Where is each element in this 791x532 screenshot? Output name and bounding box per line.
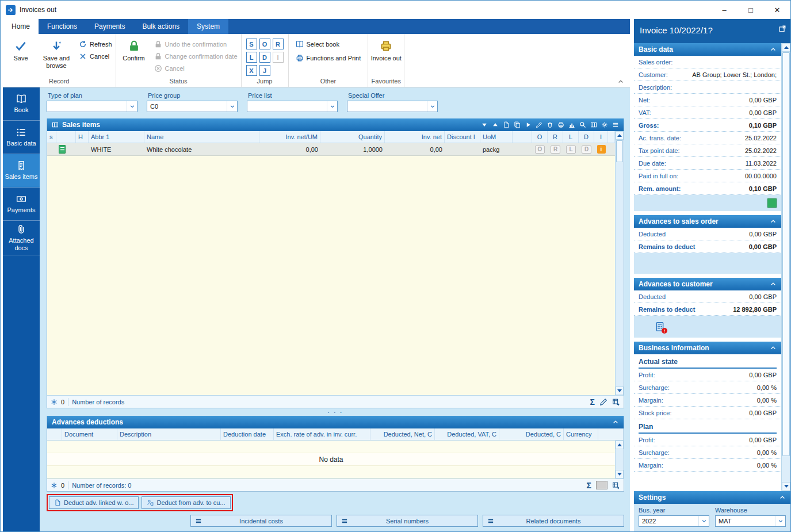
scroll-down-button[interactable]	[616, 470, 624, 479]
sidebar-item-attached-docs[interactable]: Attached docs	[3, 221, 40, 255]
warehouse-combo[interactable]: MAT	[715, 515, 786, 527]
column-header-inv-net[interactable]: Inv. net	[385, 131, 445, 143]
save-and-browse-button[interactable]: Save and browse	[37, 35, 75, 77]
sidebar-item-payments[interactable]: Payments	[3, 187, 40, 221]
status-cancel-button[interactable]: Cancel	[152, 64, 240, 73]
gear-icon[interactable]	[601, 121, 608, 128]
functions-and-print-button[interactable]: Functions and Print	[293, 53, 364, 63]
scroll-thumb[interactable]	[782, 52, 790, 456]
column-header-deducted-vat[interactable]: Deducted, VAT, C	[435, 428, 499, 440]
column-header-i[interactable]: I	[594, 131, 608, 143]
column-header-s[interactable]: s	[47, 131, 56, 143]
maximize-button[interactable]: □	[737, 1, 764, 19]
sales-grid-scrollbar[interactable]	[615, 131, 624, 395]
export-grid-icon[interactable]	[612, 398, 620, 406]
info-badge[interactable]: i	[597, 145, 606, 154]
dropdown-icon[interactable]	[481, 121, 488, 128]
column-header-exch-rate[interactable]: Exch. rate of adv. in inv. curr.	[274, 428, 370, 440]
new-row-icon[interactable]	[503, 121, 510, 128]
chart-icon[interactable]	[568, 121, 575, 128]
sum-icon[interactable]: Σ	[587, 481, 591, 490]
run-icon[interactable]	[525, 121, 532, 128]
column-header-deducted-net[interactable]: Deducted, Net, C	[370, 428, 435, 440]
column-header-document[interactable]: Document	[62, 428, 117, 440]
business-information-header[interactable]: Business information	[634, 342, 781, 354]
export-grid-icon[interactable]	[612, 481, 620, 489]
change-confirmation-date-button[interactable]: Change confirmation date	[152, 52, 240, 61]
column-header-o[interactable]: O	[532, 131, 548, 143]
chevron-down-icon[interactable]	[698, 516, 709, 526]
jump-i-button[interactable]: I	[273, 52, 284, 63]
disabled-button[interactable]	[596, 481, 607, 489]
jump-s-button[interactable]: S	[246, 39, 257, 49]
sum-icon[interactable]: Σ	[590, 397, 595, 407]
column-header-currency[interactable]: Currency	[564, 428, 598, 440]
bus-year-combo[interactable]: 2022	[639, 515, 709, 527]
sidebar-item-basic-data[interactable]: Basic data	[3, 121, 40, 154]
save-button[interactable]: Save	[4, 35, 37, 77]
jump-l-button[interactable]: L	[246, 52, 257, 63]
scroll-up-button[interactable]	[782, 43, 790, 52]
column-header-name[interactable]: Name	[144, 131, 259, 143]
snowflake-icon[interactable]	[51, 399, 58, 405]
o-flag-button[interactable]: O	[535, 146, 545, 154]
chevron-down-icon[interactable]	[775, 516, 785, 526]
tab-payments[interactable]: Payments	[86, 19, 133, 34]
chevron-down-icon[interactable]	[127, 101, 137, 112]
print-icon[interactable]	[557, 121, 564, 128]
advances-sales-order-header[interactable]: Advances to sales order	[634, 215, 781, 228]
r-flag-button[interactable]: R	[551, 146, 560, 154]
advances-grid-scrollbar[interactable]	[615, 441, 624, 479]
serial-numbers-button[interactable]: Serial numbers	[337, 515, 478, 527]
sidebar-item-book[interactable]: Book	[3, 87, 40, 121]
price-list-combo[interactable]	[247, 101, 338, 112]
column-header-deduction-date[interactable]: Deduction date	[221, 428, 274, 440]
jump-d-button[interactable]: D	[259, 52, 270, 63]
snowflake-icon[interactable]	[51, 482, 58, 489]
invoice-out-favourite-button[interactable]: Invoice out	[369, 35, 403, 77]
refresh-button[interactable]: Refresh	[77, 40, 114, 49]
deduct-from-adv-customer-button[interactable]: Deduct from adv. to cu...	[142, 496, 230, 509]
scroll-thumb[interactable]	[616, 140, 623, 162]
minimize-button[interactable]: –	[711, 1, 737, 19]
jump-r-button[interactable]: R	[273, 39, 284, 49]
columns-icon[interactable]	[590, 121, 597, 128]
column-header-abbr1[interactable]: Abbr 1	[89, 131, 144, 143]
l-flag-button[interactable]: L	[566, 146, 576, 154]
sales-item-row[interactable]: WHITE White chocolate 0,00 1,0000 0,00 p…	[47, 143, 615, 156]
incidental-costs-button[interactable]: Incidental costs	[190, 515, 332, 527]
edit-icon[interactable]	[536, 121, 542, 128]
related-documents-button[interactable]: Related documents	[483, 515, 624, 527]
jump-o-button[interactable]: O	[259, 39, 270, 49]
column-header-r[interactable]: R	[548, 131, 563, 143]
chevron-down-icon[interactable]	[427, 101, 437, 112]
scroll-up-button[interactable]	[616, 441, 624, 449]
sidebar-item-sales-items[interactable]: Sales items	[3, 154, 40, 187]
scroll-down-button[interactable]	[616, 386, 624, 395]
d-flag-button[interactable]: D	[582, 146, 591, 154]
tab-functions[interactable]: Functions	[39, 19, 86, 34]
column-header-deducted-c[interactable]: Deducted, C	[499, 428, 564, 440]
chevron-up-icon[interactable]	[612, 419, 619, 426]
popout-button[interactable]	[778, 23, 786, 33]
deduct-adv-linked-button[interactable]: Deduct adv. linked w. o...	[49, 496, 139, 509]
tab-system[interactable]: System	[188, 19, 228, 34]
advances-customer-header[interactable]: Advances to customer	[634, 278, 781, 290]
chevron-down-icon[interactable]	[327, 101, 337, 112]
undo-confirmation-button[interactable]: Undo the confirmation	[152, 40, 240, 49]
panel-splitter[interactable]: · · ·	[47, 408, 624, 416]
advances-calculator-icon[interactable]	[655, 322, 665, 332]
select-book-button[interactable]: Select book	[293, 40, 364, 49]
column-header-quantity[interactable]: Quantity	[320, 131, 385, 143]
column-header-icon[interactable]	[56, 131, 76, 143]
special-offer-combo[interactable]	[347, 101, 438, 112]
collapse-icon[interactable]	[492, 121, 499, 128]
column-header-h[interactable]: H	[76, 131, 89, 143]
settings-header[interactable]: Settings	[634, 491, 790, 504]
collapse-ribbon-button[interactable]	[617, 78, 624, 85]
column-header-l[interactable]: L	[563, 131, 579, 143]
price-group-combo[interactable]: C0	[147, 101, 238, 112]
info-panel-scrollbar[interactable]	[781, 43, 790, 491]
tab-bulk-actions[interactable]: Bulk actions	[133, 19, 188, 34]
edit-icon[interactable]	[599, 398, 607, 406]
